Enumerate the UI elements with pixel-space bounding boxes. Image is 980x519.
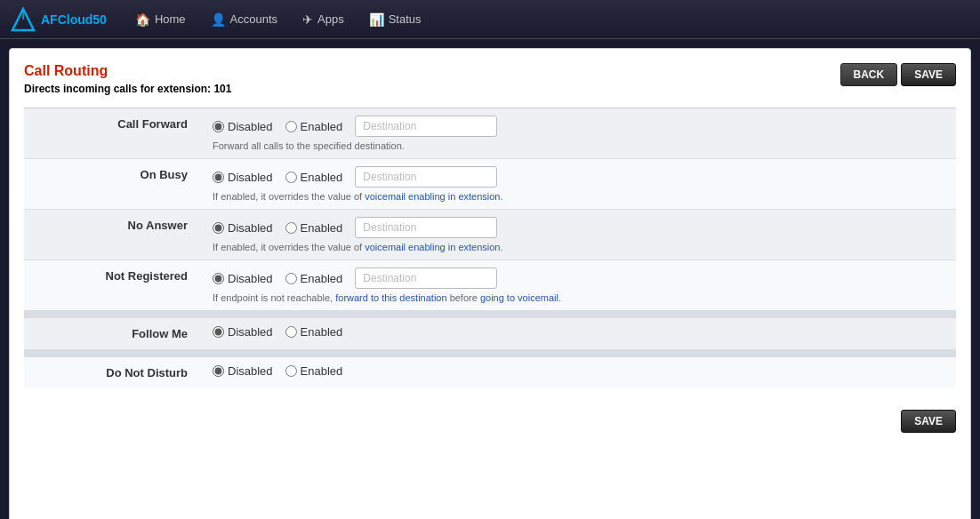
not-registered-disabled-radio[interactable] [213,273,224,284]
no-answer-enabled-radio[interactable] [285,222,297,234]
no-answer-destination[interactable] [355,217,497,238]
enabled-text: Enabled [301,364,343,378]
follow-me-disabled-label[interactable]: Disabled [213,325,273,339]
home-icon: 🏠 [135,12,150,27]
brand-label: AFCloud50 [41,12,107,27]
table-row: Call Forward Disabled Enabled Forwar [24,108,956,159]
row-label-call-forward: Call Forward [24,108,202,159]
row-label-no-answer: No Answer [24,210,202,260]
on-busy-enabled-label[interactable]: Enabled [285,171,343,184]
content-wrapper: Call Routing Directs incoming calls for … [9,48,971,519]
table-row: Not Registered Disabled Enabled If e [24,260,956,311]
accounts-icon: 👤 [211,12,226,27]
apps-icon: ✈ [302,12,313,27]
disabled-text: Disabled [228,171,273,184]
nav-accounts[interactable]: 👤 Accounts [200,7,288,32]
on-busy-disabled-label[interactable]: Disabled [213,171,273,184]
call-forward-enabled-radio[interactable] [285,121,297,132]
bottom-bar: SAVE [24,397,956,433]
disabled-text: Disabled [228,120,273,133]
on-busy-hint-link[interactable]: voicemail enabling in extension [365,191,500,202]
table-row: Follow Me Disabled Enabled [24,318,956,350]
dnd-disabled-radio[interactable] [213,365,224,377]
brand: AFCloud50 [9,5,107,34]
brand-logo-icon [9,5,37,34]
row-content-no-answer: Disabled Enabled If enabled, it override… [202,210,956,260]
dnd-radio-row: Disabled Enabled [213,364,945,378]
disabled-text: Disabled [228,272,273,285]
nav-home-label: Home [155,12,186,26]
call-forward-disabled-radio[interactable] [213,121,224,132]
not-registered-forward-link[interactable]: forward to this destination [335,292,446,303]
nav-items: 🏠 Home 👤 Accounts ✈ Apps 📊 Status [125,7,432,32]
row-content-do-not-disturb: Disabled Enabled [202,357,956,389]
no-answer-enabled-label[interactable]: Enabled [285,221,343,235]
row-content-on-busy: Disabled Enabled If enabled, it override… [202,159,956,210]
extension-number: 101 [213,83,231,95]
not-registered-enabled-radio[interactable] [285,273,297,284]
save-button-bottom[interactable]: SAVE [901,410,956,433]
no-answer-disabled-radio[interactable] [213,222,224,234]
on-busy-enabled-radio[interactable] [285,172,297,183]
call-forward-radio-row: Disabled Enabled [213,116,945,137]
not-registered-radio-row: Disabled Enabled [213,267,945,289]
header-buttons: BACK SAVE [840,63,956,86]
back-button[interactable]: BACK [840,63,898,86]
dnd-disabled-label[interactable]: Disabled [213,364,273,378]
navbar: AFCloud50 🏠 Home 👤 Accounts ✈ Apps 📊 Sta… [0,0,980,39]
on-busy-destination[interactable] [355,166,497,188]
enabled-text: Enabled [301,325,343,339]
subtitle-prefix: Directs incoming calls for extension: [24,83,211,95]
enabled-text: Enabled [301,120,343,133]
no-answer-disabled-label[interactable]: Disabled [213,221,273,235]
page-subtitle: Directs incoming calls for extension: 10… [24,83,231,95]
section-divider-2 [24,350,956,357]
status-icon: 📊 [369,12,384,27]
no-answer-hint-link[interactable]: voicemail enabling in extension [365,242,500,252]
row-content-call-forward: Disabled Enabled Forward all calls to th… [202,108,956,159]
enabled-text: Enabled [301,272,343,285]
not-registered-voicemail-link[interactable]: going to voicemail [480,292,558,303]
call-forward-hint: Forward all calls to the specified desti… [213,140,945,151]
follow-me-enabled-label[interactable]: Enabled [285,325,343,339]
nav-accounts-label: Accounts [230,12,277,26]
nav-status-label: Status [389,12,422,26]
nav-apps[interactable]: ✈ Apps [292,7,355,32]
enabled-text: Enabled [301,171,343,184]
row-label-do-not-disturb: Do Not Disturb [24,357,202,389]
follow-me-disabled-radio[interactable] [213,326,224,338]
save-button-top[interactable]: SAVE [901,63,956,86]
follow-me-enabled-radio[interactable] [285,326,297,338]
on-busy-hint: If enabled, it overrides the value of vo… [213,191,945,202]
routing-table: Call Forward Disabled Enabled Forwar [24,108,956,388]
nav-home[interactable]: 🏠 Home [125,7,197,32]
table-row: On Busy Disabled Enabled If enabled, [24,159,956,210]
not-registered-disabled-label[interactable]: Disabled [213,272,273,285]
on-busy-radio-row: Disabled Enabled [213,166,945,188]
no-answer-hint: If enabled, it overrides the value of vo… [213,242,945,252]
row-content-not-registered: Disabled Enabled If endpoint is not reac… [202,260,956,311]
on-busy-disabled-radio[interactable] [213,172,224,183]
no-answer-radio-row: Disabled Enabled [213,217,945,238]
row-label-follow-me: Follow Me [24,318,202,350]
disabled-text: Disabled [228,325,273,339]
section-divider [24,311,956,318]
call-forward-disabled-label[interactable]: Disabled [213,120,273,133]
not-registered-enabled-label[interactable]: Enabled [285,272,343,285]
enabled-text: Enabled [301,221,343,235]
page-title-block: Call Routing Directs incoming calls for … [24,63,231,95]
follow-me-radio-row: Disabled Enabled [213,325,945,339]
dnd-enabled-radio[interactable] [285,365,297,377]
disabled-text: Disabled [228,364,273,378]
row-label-not-registered: Not Registered [24,260,202,311]
page-title: Call Routing [24,63,231,79]
table-row: Do Not Disturb Disabled Enabled [24,357,956,389]
call-forward-destination[interactable] [355,116,497,137]
not-registered-hint: If endpoint is not reachable, forward to… [213,292,945,303]
call-forward-enabled-label[interactable]: Enabled [285,120,343,133]
nav-status[interactable]: 📊 Status [358,7,432,32]
not-registered-destination[interactable] [355,267,497,289]
page-header: Call Routing Directs incoming calls for … [24,63,956,95]
nav-apps-label: Apps [317,12,344,26]
dnd-enabled-label[interactable]: Enabled [285,364,343,378]
